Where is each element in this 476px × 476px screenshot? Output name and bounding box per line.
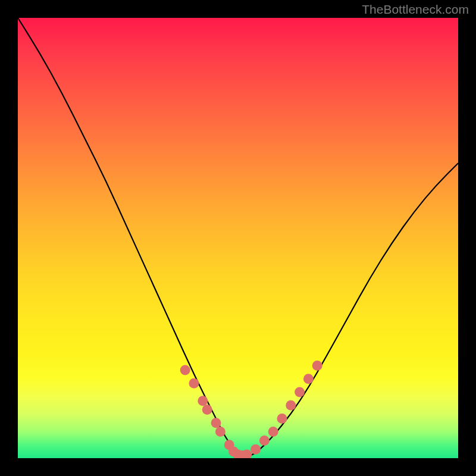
data-marker — [312, 361, 322, 371]
data-marker — [180, 365, 190, 375]
chart-plot-area — [18, 18, 458, 458]
data-marker — [259, 436, 270, 446]
data-marker — [189, 378, 199, 389]
data-marker — [202, 405, 212, 415]
data-markers — [180, 361, 322, 458]
data-marker — [303, 374, 314, 384]
data-marker — [268, 427, 278, 437]
data-marker — [215, 427, 226, 437]
data-marker — [211, 418, 221, 428]
data-marker — [286, 400, 296, 411]
data-marker — [295, 387, 305, 397]
chart-svg — [18, 18, 458, 458]
bottleneck-curve — [18, 18, 458, 456]
data-marker — [198, 396, 208, 406]
attribution-text: TheBottleneck.com — [362, 2, 469, 17]
data-marker — [277, 414, 287, 424]
data-marker — [250, 444, 261, 455]
